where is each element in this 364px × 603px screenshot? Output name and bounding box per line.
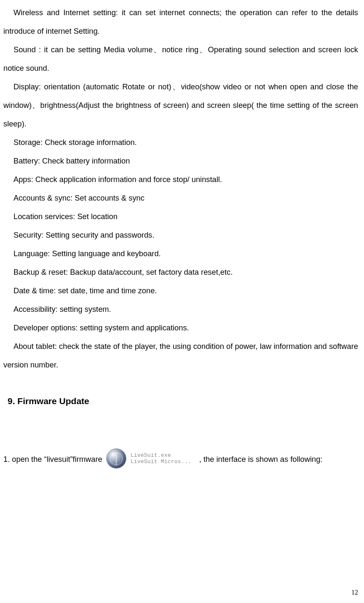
file-name-line2: LiveSuit Micros... bbox=[131, 458, 191, 465]
firmware-step-post-text: , the interface is shown as following: bbox=[199, 450, 323, 469]
page-number: 12 bbox=[351, 589, 358, 596]
para-about-tablet: About tablet: check the state of the pla… bbox=[0, 337, 364, 374]
firmware-step-pre-text: 1. open the “livesuit”firmware bbox=[3, 450, 104, 469]
firmware-step-1: 1. open the “livesuit”firmware LiveSuit.… bbox=[0, 448, 364, 469]
para-apps: Apps: Check application information and … bbox=[0, 170, 364, 189]
para-battery: Battery: Check battery information bbox=[0, 152, 364, 170]
page-content: Wireless and Internet setting: it can se… bbox=[0, 0, 364, 469]
para-display: Display: orientation (automatic Rotate o… bbox=[0, 78, 364, 133]
para-wireless: Wireless and Internet setting: it can se… bbox=[0, 3, 364, 40]
section-heading-firmware-update: 9. Firmware Update bbox=[0, 392, 364, 410]
para-storage: Storage: Check storage information. bbox=[0, 133, 364, 152]
para-language: Language: Setting language and keyboard. bbox=[0, 244, 364, 263]
livesuit-file-label: LiveSuit.exe LiveSuit Micros... bbox=[131, 452, 191, 465]
file-name-line1: LiveSuit.exe bbox=[131, 452, 191, 458]
spacer bbox=[0, 374, 364, 392]
para-datetime: Date & time: set date, time and time zon… bbox=[0, 281, 364, 300]
para-sound: Sound : it can be setting Media volume、n… bbox=[0, 40, 364, 78]
livesuit-file-icon: LiveSuit.exe LiveSuit Micros... bbox=[104, 448, 199, 469]
para-developer: Developer options: setting system and ap… bbox=[0, 319, 364, 337]
para-accounts: Accounts & sync: Set accounts & sync bbox=[0, 189, 364, 207]
spacer bbox=[0, 410, 364, 448]
para-location: Location services: Set location bbox=[0, 207, 364, 226]
globe-icon bbox=[106, 448, 126, 469]
para-accessibility: Accessibility: setting system. bbox=[0, 300, 364, 319]
para-security: Security: Setting security and passwords… bbox=[0, 226, 364, 244]
para-backup: Backup & reset: Backup data/account, set… bbox=[0, 263, 364, 281]
